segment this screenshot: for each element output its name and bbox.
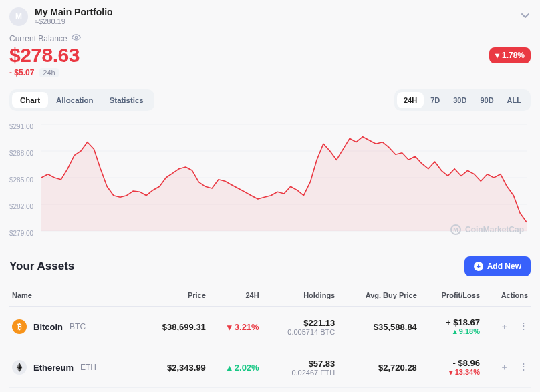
price: $38,699.31 <box>162 322 206 332</box>
change-24h: ▴ 2.02% <box>227 363 259 373</box>
coin-name: Ethereum <box>33 363 74 373</box>
chart-watermark: M CoinMarketCap <box>450 224 524 235</box>
holdings-usd: $221.13 <box>265 318 335 328</box>
range-30d[interactable]: 30D <box>446 92 473 108</box>
y-tick: $288.00 <box>9 150 33 157</box>
y-tick: $279.00 <box>9 230 33 237</box>
tab-statistics[interactable]: Statistics <box>102 92 152 108</box>
holdings-native: 0.005714 BTC <box>265 328 335 336</box>
plus-icon: + <box>474 262 483 271</box>
more-icon[interactable]: ⋮ <box>519 321 528 333</box>
btc-icon: ₿ <box>12 319 27 334</box>
holdings-usd: $57.83 <box>265 359 335 369</box>
add-new-button[interactable]: + Add New <box>464 256 531 276</box>
range-selector: 24H7D30D90DALL <box>394 89 531 111</box>
svg-point-0 <box>75 36 78 39</box>
col-avg-buy-price: Avg. Buy Price <box>338 283 420 307</box>
add-transaction-icon[interactable]: ＋ <box>500 361 509 373</box>
range-7d[interactable]: 7D <box>424 92 446 108</box>
pl-pct: ▴ 9.18% <box>422 327 480 336</box>
caret-down-icon: ▾ <box>495 51 499 60</box>
y-tick: $282.00 <box>9 203 33 210</box>
assets-heading: Your Assets <box>9 260 74 273</box>
range-24h[interactable]: 24H <box>397 92 424 108</box>
table-row[interactable]: Ethereum ETH$2,343.99▴ 2.02%$57.830.0246… <box>9 347 531 388</box>
range-all[interactable]: ALL <box>501 92 528 108</box>
y-tick: $291.00 <box>9 123 33 130</box>
coinmarketcap-icon: M <box>450 224 461 235</box>
col-name: Name <box>9 283 138 307</box>
balance-delta: - $5.07 <box>9 68 34 77</box>
more-icon[interactable]: ⋮ <box>519 361 528 373</box>
col-holdings: Holdings <box>262 283 338 307</box>
portfolio-avatar: M <box>9 7 28 26</box>
col--h: 24H <box>209 283 262 307</box>
pl-abs: + $18.67 <box>422 317 480 327</box>
add-transaction-icon[interactable]: ＋ <box>500 321 509 333</box>
col-actions: Actions <box>483 283 531 307</box>
coin-symbol: ETH <box>80 363 96 372</box>
portfolio-subtotal: ≈$280.19 <box>35 17 113 26</box>
assets-table: NamePrice24HHoldingsAvg. Buy PriceProfit… <box>9 283 531 388</box>
balance-label: Current Balance <box>9 33 531 44</box>
col-profit-loss: Profit/Loss <box>420 283 483 307</box>
holdings-native: 0.02467 ETH <box>265 369 335 377</box>
portfolio-header: M My Main Portfolio ≈$280.19 <box>9 4 531 33</box>
coin-symbol: BTC <box>70 322 86 331</box>
price: $2,343.99 <box>167 363 206 373</box>
chevron-down-icon[interactable] <box>520 10 531 23</box>
tab-chart[interactable]: Chart <box>12 92 48 108</box>
portfolio-chart: $291.00$288.00$285.00$282.00$279.00 M Co… <box>9 120 531 240</box>
table-row[interactable]: ₿Bitcoin BTC$38,699.31▾ 3.21%$221.130.00… <box>9 307 531 347</box>
balance-change-badge: ▾ 1.78% <box>489 47 531 63</box>
view-tabs: ChartAllocationStatistics <box>9 89 154 111</box>
eth-icon <box>12 360 27 375</box>
change-24h: ▾ 3.21% <box>227 322 259 332</box>
balance-window: 24h <box>39 68 58 77</box>
avg-buy-price: $2,720.28 <box>378 363 417 373</box>
portfolio-title: My Main Portfolio <box>35 7 113 17</box>
pl-abs: - $8.96 <box>422 358 480 368</box>
range-90d[interactable]: 90D <box>473 92 500 108</box>
eye-icon[interactable] <box>72 33 81 44</box>
coin-name: Bitcoin <box>33 322 63 332</box>
balance-amount: $278.63 <box>9 44 80 67</box>
col-price: Price <box>138 283 209 307</box>
pl-pct: ▾ 13.34% <box>422 368 480 377</box>
tab-allocation[interactable]: Allocation <box>48 92 102 108</box>
y-tick: $285.00 <box>9 176 33 184</box>
avg-buy-price: $35,588.84 <box>374 322 417 332</box>
